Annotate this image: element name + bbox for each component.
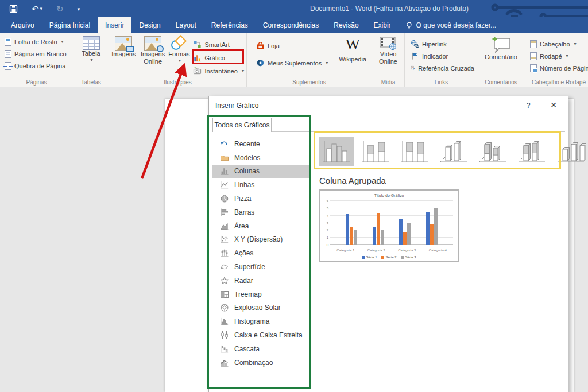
group-label-ilustracoes: Ilustrações bbox=[109, 79, 246, 86]
wikipedia-icon: W bbox=[346, 37, 360, 52]
chart-type-box-whisker-chart[interactable]: Caixa e Caixa Estreita bbox=[212, 328, 311, 342]
tab-referencias[interactable]: Referências bbox=[204, 17, 256, 33]
insert-chart-dialog: Inserir Gráfico ? ✕ Todos os Gráficos Re… bbox=[208, 96, 568, 392]
chevron-down-icon: ▾ bbox=[179, 58, 181, 64]
chart-type-area-chart[interactable]: Área bbox=[212, 219, 311, 233]
chart-type-sunburst-chart[interactable]: Explosão Solar bbox=[212, 301, 311, 315]
wikipedia-button[interactable]: W Wikipedia bbox=[335, 33, 370, 87]
stacked-100-column-thumb[interactable] bbox=[397, 137, 432, 166]
help-icon[interactable]: ? bbox=[522, 101, 535, 110]
folha-de-rosto-button[interactable]: Folha de Rosto▾ bbox=[2, 36, 72, 48]
page-number-icon bbox=[530, 64, 537, 72]
tab-design[interactable]: Design bbox=[131, 17, 168, 33]
group-midia: Vídeo Online Mídia bbox=[372, 33, 405, 87]
save-icon[interactable] bbox=[9, 5, 18, 13]
store-icon bbox=[256, 41, 265, 50]
indicador-button[interactable]: Indicador bbox=[408, 50, 477, 62]
quick-access-toolbar: ↶▾ ↻ ▾ bbox=[9, 0, 80, 17]
tab-revisao[interactable]: Revisão bbox=[326, 17, 366, 33]
tabela-button[interactable]: Tabela ▾ bbox=[74, 33, 109, 63]
chart-preview[interactable]: Título do Gráfico 0123456 Categoria 1Cat… bbox=[319, 189, 459, 262]
chart-type-combo-chart[interactable]: Combinação bbox=[212, 356, 311, 370]
formas-button[interactable]: Formas ▾ bbox=[168, 33, 191, 87]
customize-quick-access-icon[interactable]: ▾ bbox=[78, 6, 80, 12]
chevron-down-icon[interactable]: ▾ bbox=[40, 6, 43, 11]
table-icon bbox=[83, 36, 100, 50]
pagina-em-branco-button[interactable]: Página em Branco bbox=[2, 48, 72, 60]
bar-chart-icon bbox=[220, 208, 229, 217]
blank-page-icon bbox=[5, 50, 11, 58]
close-icon[interactable]: ✕ bbox=[546, 100, 561, 110]
sunburst-chart-icon bbox=[220, 303, 229, 312]
imagens-button[interactable]: Imagens bbox=[109, 33, 138, 87]
group-label-paginas: Páginas bbox=[0, 79, 73, 86]
chart-type-radar-chart[interactable]: Radar bbox=[212, 274, 311, 288]
tab-inserir[interactable]: Inserir bbox=[98, 17, 131, 33]
hiperlink-button[interactable]: Hiperlink bbox=[408, 38, 477, 50]
shapes-icon bbox=[171, 36, 187, 51]
grafico-button[interactable]: Gráfico bbox=[191, 52, 246, 64]
word-window: ↶▾ ↻ ▾ Documento1 - Word (Falha na Ativa… bbox=[0, 0, 588, 392]
legend-item: Série 1 bbox=[362, 255, 377, 259]
chart-type-surface-chart[interactable]: Superfície bbox=[212, 260, 311, 274]
group-label-links: Links bbox=[405, 79, 478, 86]
chart-icon bbox=[193, 53, 202, 62]
imagens-online-button[interactable]: Imagens Online bbox=[138, 33, 168, 87]
smartart-button[interactable]: SmartArt bbox=[191, 38, 246, 51]
stacked-column-thumb[interactable] bbox=[358, 137, 393, 166]
group-ilustracoes: Imagens Imagens Online Formas ▾ SmartArt… bbox=[109, 33, 247, 87]
tab-arquivo[interactable]: Arquivo bbox=[3, 17, 42, 33]
meus-suplementos-button[interactable]: Meus Suplementos ▾ bbox=[254, 57, 330, 69]
chart-type-recent[interactable]: Recente bbox=[212, 137, 311, 151]
rodape-button[interactable]: Rodapé▾ bbox=[528, 50, 588, 62]
tab-pagina-inicial[interactable]: Página Inicial bbox=[42, 17, 98, 33]
undo-icon[interactable]: ↶▾ bbox=[32, 5, 42, 13]
chart-subtype-row bbox=[315, 132, 563, 166]
hyperlink-icon bbox=[411, 40, 419, 48]
clustered-column-thumb[interactable] bbox=[319, 137, 354, 166]
chart-type-bar-chart[interactable]: Barras bbox=[212, 205, 311, 219]
stacked-100-column-3d-thumb[interactable] bbox=[514, 137, 550, 166]
cabecalho-button[interactable]: Cabeçalho▾ bbox=[528, 38, 588, 50]
numero-de-pagina-button[interactable]: Número de Página bbox=[528, 62, 588, 74]
quebra-de-pagina-button[interactable]: Quebra de Página bbox=[2, 60, 72, 72]
window-title: Documento1 - Word (Falha na Ativação do … bbox=[310, 0, 469, 17]
video-online-button[interactable]: Vídeo Online bbox=[372, 33, 404, 65]
lightbulb-icon bbox=[405, 21, 413, 29]
chevron-down-icon: ▾ bbox=[566, 53, 568, 59]
subtype-heading: Coluna Agrupada bbox=[319, 176, 563, 185]
chart-type-pie-chart[interactable]: Pizza bbox=[212, 192, 311, 205]
ribbon: Folha de Rosto▾ Página em Branco Quebra … bbox=[0, 33, 588, 87]
chart-legend: Série 1Série 2Série 3 bbox=[320, 255, 458, 259]
tab-exibir[interactable]: Exibir bbox=[366, 17, 399, 33]
cross-reference-icon bbox=[411, 64, 415, 72]
tab-correspondencias[interactable]: Correspondências bbox=[256, 17, 326, 33]
column-3d-thumb[interactable] bbox=[553, 137, 588, 166]
chart-type-line-chart[interactable]: Linhas bbox=[212, 178, 311, 192]
chart-type-histogram-chart[interactable]: Histograma bbox=[212, 315, 311, 328]
chart-bar-group bbox=[426, 201, 438, 245]
instantaneo-button[interactable]: Instantâneo ▾ bbox=[191, 65, 246, 77]
footer-icon bbox=[530, 52, 537, 60]
clustered-column-3d-thumb[interactable] bbox=[436, 137, 471, 166]
tab-todos-os-graficos[interactable]: Todos os Gráficos bbox=[212, 118, 272, 132]
chart-type-scatter-chart[interactable]: X Y (Dispersão) bbox=[212, 233, 311, 247]
smartart-icon bbox=[193, 40, 202, 49]
dialog-title-bar[interactable]: Inserir Gráfico ? ✕ bbox=[209, 96, 568, 115]
group-links: Hiperlink Indicador Referência Cruzada L… bbox=[405, 33, 478, 87]
loja-button[interactable]: Loja bbox=[254, 40, 330, 52]
group-label-cabecalho-rodape: Cabeçalho e Rodapé bbox=[524, 79, 588, 86]
chart-type-stock-chart[interactable]: Ações bbox=[212, 246, 311, 260]
chart-type-waterfall-chart[interactable]: Cascata bbox=[212, 342, 311, 356]
screenshot-camera-icon bbox=[193, 67, 202, 75]
referencia-cruzada-button[interactable]: Referência Cruzada bbox=[408, 62, 477, 74]
chart-type-list: RecenteModelosColunasLinhasPizzaBarrasÁr… bbox=[212, 137, 311, 370]
stacked-column-3d-thumb[interactable] bbox=[475, 137, 510, 166]
chart-type-templates-folder[interactable]: Modelos bbox=[212, 151, 311, 165]
tab-layout[interactable]: Layout bbox=[168, 17, 204, 33]
chevron-down-icon: ▾ bbox=[242, 68, 244, 73]
chart-type-column-chart[interactable]: Colunas bbox=[212, 165, 311, 178]
chart-type-treemap-chart[interactable]: Treemap bbox=[212, 288, 311, 301]
comentario-button[interactable]: Comentário bbox=[478, 33, 524, 61]
tell-me-box[interactable]: O que você deseja fazer... bbox=[399, 17, 503, 33]
